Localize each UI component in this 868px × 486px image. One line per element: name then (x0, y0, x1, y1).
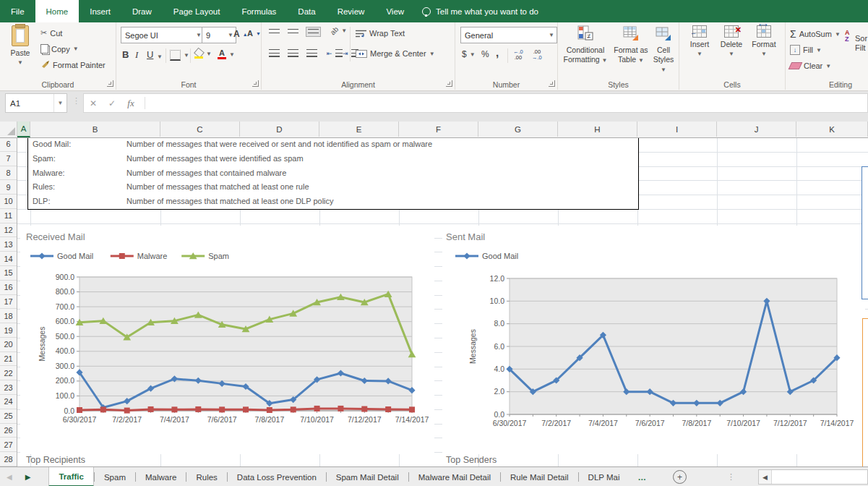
format-painter-button[interactable]: Format Painter (40, 60, 106, 69)
row-header-13[interactable]: 13 (0, 237, 17, 252)
scrollbar-track[interactable] (772, 470, 867, 484)
row-header-28[interactable]: 28 (0, 452, 17, 466)
column-header-K[interactable]: K (796, 122, 868, 137)
align-right-button[interactable] (306, 49, 317, 57)
column-header-I[interactable]: I (637, 122, 717, 137)
copy-button[interactable]: Copy ▼ (40, 44, 79, 54)
row-header-17[interactable]: 17 (0, 295, 17, 310)
column-header-B[interactable]: B (30, 122, 160, 137)
format-as-table-button[interactable]: Format as Table ▼ (611, 25, 650, 65)
tabbar-splitter[interactable]: ⋮ (727, 472, 735, 482)
accounting-format-button[interactable]: $▼ (462, 49, 476, 59)
grow-font-button[interactable]: A▲ (233, 29, 248, 39)
row-header-18[interactable]: 18 (0, 309, 17, 323)
sheet-tab-malware[interactable]: Malware (136, 467, 186, 486)
wrap-text-button[interactable]: Wrap Text (356, 29, 405, 38)
name-box[interactable]: A1 ▼ (5, 93, 67, 113)
cutoff-chart-blue[interactable] (861, 166, 868, 299)
cutoff-chart-orange[interactable] (862, 318, 868, 467)
ribbon-tab-draw[interactable]: Draw (121, 0, 163, 22)
tell-me-box[interactable]: Tell me what you want to do (422, 0, 538, 22)
clear-button[interactable]: Clear▼ (790, 61, 831, 70)
row-header-12[interactable]: 12 (0, 223, 17, 238)
align-center-button[interactable] (288, 49, 298, 57)
italic-button[interactable]: I (135, 49, 138, 61)
sheet-nav-left-icon[interactable]: ◀ (0, 467, 19, 486)
increase-decimal-button[interactable]: ←.0 .00 (513, 49, 523, 61)
row-header-10[interactable]: 10 (0, 195, 17, 209)
row-header-19[interactable]: 19 (0, 323, 17, 338)
row-header-6[interactable]: 6 (0, 137, 17, 152)
new-sheet-button[interactable]: + (673, 470, 687, 484)
row-header-27[interactable]: 27 (0, 438, 17, 452)
column-header-E[interactable]: E (319, 122, 399, 137)
sheet-tab-traffic[interactable]: Traffic (48, 467, 94, 486)
sheet-tab-rule-mail-detail[interactable]: Rule Mail Detail (501, 467, 578, 486)
ribbon-tab-insert[interactable]: Insert (79, 0, 121, 22)
sort-filter-button[interactable]: SorFilt (855, 34, 867, 53)
align-top-button[interactable] (269, 29, 280, 35)
fill-button[interactable]: ↓ Fill▼ (790, 45, 822, 55)
row-header-9[interactable]: 9 (0, 180, 17, 195)
sheet-tabs-overflow[interactable]: … (637, 467, 647, 486)
ribbon-tab-formulas[interactable]: Formulas (231, 0, 287, 22)
clipboard-dialog-launcher[interactable] (107, 80, 113, 87)
merge-center-button[interactable]: Merge & Center▼ (356, 49, 435, 58)
format-cells-button[interactable]: ⟷ Format ▼ (749, 25, 779, 59)
column-header-D[interactable]: D (240, 122, 319, 137)
align-left-button[interactable] (269, 49, 280, 57)
sheet-tab-malware-mail-detail[interactable]: Malware Mail Detail (409, 467, 500, 486)
column-header-H[interactable]: H (558, 122, 637, 137)
column-header-C[interactable]: C (160, 122, 240, 137)
ribbon-tab-data[interactable]: Data (287, 0, 326, 22)
percent-style-button[interactable]: % (481, 49, 489, 59)
shrink-font-button[interactable]: A▼ (247, 29, 261, 38)
enter-icon[interactable]: ✓ (103, 98, 121, 108)
underline-button[interactable]: U (147, 49, 153, 60)
row-header-21[interactable]: 21 (0, 352, 17, 367)
orientation-button[interactable]: ab▼ (330, 27, 347, 35)
row-header-24[interactable]: 24 (0, 395, 17, 409)
row-header-8[interactable]: 8 (0, 166, 17, 181)
ribbon-tab-view[interactable]: View (375, 0, 415, 22)
row-header-23[interactable]: 23 (0, 380, 17, 395)
decrease-decimal-button[interactable]: .00 →.0 (532, 49, 542, 61)
font-color-button[interactable]: A▼ (218, 49, 235, 59)
font-dialog-launcher[interactable] (252, 80, 259, 87)
received-mail-chart[interactable]: Received MailGood MailMalwareSpam0.0100.… (20, 226, 434, 454)
sheet-tab-spam[interactable]: Spam (95, 467, 135, 486)
row-header-26[interactable]: 26 (0, 424, 17, 438)
cancel-icon[interactable]: ✕ (84, 98, 103, 108)
scroll-left-icon[interactable]: ◀ (759, 470, 772, 484)
cell-styles-button[interactable]: Cell Styles ▼ (650, 25, 676, 74)
row-header-22[interactable]: 22 (0, 366, 17, 380)
ribbon-tab-file[interactable]: File (0, 0, 35, 22)
row-header-14[interactable]: 14 (0, 252, 17, 266)
sheet-tab-rules[interactable]: Rules (186, 467, 226, 486)
ribbon-tab-page-layout[interactable]: Page Layout (163, 0, 231, 22)
alignment-dialog-launcher[interactable] (446, 80, 452, 87)
row-header-16[interactable]: 16 (0, 281, 17, 295)
insert-cells-button[interactable]: ← Insert ▼ (685, 25, 714, 59)
row-header-11[interactable]: 11 (0, 209, 17, 223)
number-dialog-launcher[interactable] (549, 80, 555, 87)
autosum-button[interactable]: Σ AutoSum▼ (790, 28, 841, 40)
name-box-dropdown-icon[interactable]: ▼ (53, 94, 66, 112)
sheet-nav-right-icon[interactable]: ▶ (19, 467, 38, 486)
sheet-tab-spam-mail-detail[interactable]: Spam Mail Detail (327, 467, 408, 486)
font-name-select[interactable]: Segoe UI▼ (121, 27, 205, 43)
delete-cells-button[interactable]: ✕ Delete ▼ (717, 25, 746, 59)
column-header-G[interactable]: G (478, 122, 558, 137)
row-header-15[interactable]: 15 (0, 266, 17, 281)
row-header-7[interactable]: 7 (0, 152, 17, 166)
column-header-J[interactable]: J (717, 122, 796, 137)
row-header-25[interactable]: 25 (0, 409, 17, 424)
paste-button[interactable]: Paste ▼ (4, 25, 36, 67)
formula-bar-splitter[interactable]: ⋮ (72, 96, 80, 106)
align-middle-button[interactable] (288, 29, 298, 35)
align-bottom-button[interactable] (306, 27, 320, 36)
cut-button[interactable]: ✂ Cut (40, 28, 62, 38)
ribbon-tab-review[interactable]: Review (327, 0, 376, 22)
bold-button[interactable]: B (122, 49, 129, 60)
borders-button[interactable]: ▼ (170, 50, 189, 61)
